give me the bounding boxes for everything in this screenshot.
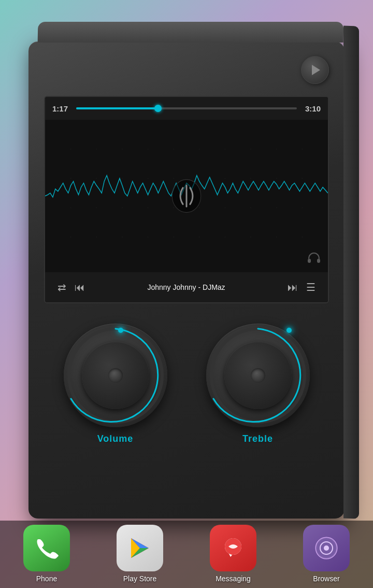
svg-point-58 <box>324 545 329 551</box>
arrow-icon <box>312 65 320 75</box>
svg-point-3 <box>122 148 123 149</box>
svg-point-18 <box>250 178 251 179</box>
svg-point-14 <box>148 178 149 179</box>
treble-label: Treble <box>242 433 273 444</box>
progress-fill <box>76 107 158 109</box>
time-current: 1:17 <box>52 104 71 113</box>
svg-point-9 <box>276 148 277 149</box>
prev-button[interactable]: ⏮ <box>70 279 89 296</box>
treble-knob-inner <box>224 342 292 409</box>
svg-point-33 <box>122 236 123 237</box>
svg-point-8 <box>250 148 251 149</box>
svg-point-16 <box>199 178 200 179</box>
svg-point-39 <box>276 236 277 237</box>
svg-point-11 <box>70 178 71 179</box>
svg-point-7 <box>224 148 225 149</box>
svg-point-30 <box>302 207 303 208</box>
svg-rect-42 <box>308 259 311 263</box>
svg-point-23 <box>122 207 123 208</box>
svg-point-26 <box>199 207 200 208</box>
volume-knob-inner <box>82 342 149 409</box>
treble-arc-dot <box>286 328 292 333</box>
svg-point-19 <box>276 178 277 179</box>
svg-point-6 <box>199 148 200 149</box>
menu-button[interactable]: ☰ <box>302 279 320 296</box>
svg-point-17 <box>224 178 225 179</box>
progress-area: 1:17 3:10 <box>45 97 328 120</box>
phone-app-icon[interactable] <box>23 525 70 571</box>
progress-thumb <box>154 105 162 112</box>
svg-point-5 <box>173 148 174 149</box>
svg-point-27 <box>224 207 225 208</box>
svg-point-15 <box>173 178 174 179</box>
svg-point-20 <box>302 178 303 179</box>
volume-knob-dot <box>108 368 123 383</box>
dock-item-messaging[interactable]: Messaging <box>192 525 275 583</box>
headphone-icon <box>306 250 322 268</box>
dock: Phone Play Store Messaging <box>0 521 373 588</box>
svg-point-13 <box>122 178 123 179</box>
next-button[interactable] <box>301 56 329 84</box>
svg-point-4 <box>148 148 149 149</box>
svg-point-37 <box>224 236 225 237</box>
svg-point-2 <box>96 148 97 149</box>
svg-point-24 <box>148 207 149 208</box>
player-screen: 1:17 3:10 <box>44 96 329 303</box>
svg-point-40 <box>302 236 303 237</box>
dock-item-browser[interactable]: Browser <box>285 525 368 583</box>
playstore-app-icon[interactable] <box>117 525 163 571</box>
browser-label: Browser <box>313 575 339 583</box>
svg-point-1 <box>70 148 71 149</box>
svg-point-29 <box>276 207 277 208</box>
phone-label: Phone <box>36 575 57 583</box>
progress-track[interactable] <box>76 107 297 109</box>
svg-rect-43 <box>317 259 320 263</box>
music-player-device: 1:17 3:10 <box>28 41 345 519</box>
knobs-section: Volume Treble <box>28 309 345 459</box>
controls-bar: ⇄ ⏮ Johnny Johnny - DJMaz ⏭ ☰ <box>45 272 328 302</box>
treble-knob[interactable] <box>206 324 310 427</box>
skip-next-button[interactable]: ⏭ <box>283 279 302 296</box>
svg-point-35 <box>173 236 174 237</box>
svg-point-34 <box>148 236 149 237</box>
waveform-svg <box>45 120 328 272</box>
track-title: Johnny Johnny - DJMaz <box>89 283 283 291</box>
svg-point-12 <box>96 178 97 179</box>
treble-knob-dot <box>251 368 265 383</box>
svg-point-36 <box>199 236 200 237</box>
messaging-label: Messaging <box>216 575 251 583</box>
svg-point-10 <box>302 148 303 149</box>
svg-point-28 <box>250 207 251 208</box>
svg-point-32 <box>96 236 97 237</box>
volume-label: Volume <box>97 433 134 444</box>
dock-item-playstore[interactable]: Play Store <box>98 525 181 583</box>
time-total: 3:10 <box>302 104 321 113</box>
treble-knob-container: Treble <box>206 324 310 444</box>
svg-point-38 <box>250 236 251 237</box>
svg-point-21 <box>70 207 71 208</box>
svg-point-25 <box>173 207 174 208</box>
playstore-label: Play Store <box>123 575 157 583</box>
volume-knob[interactable] <box>64 324 167 427</box>
browser-app-icon[interactable] <box>303 525 350 571</box>
waveform-area <box>45 120 328 272</box>
dock-item-phone[interactable]: Phone <box>5 525 88 583</box>
volume-arc-dot <box>118 328 123 333</box>
svg-point-22 <box>96 207 97 208</box>
messaging-app-icon[interactable] <box>210 525 256 571</box>
volume-knob-container: Volume <box>64 324 167 444</box>
svg-point-31 <box>70 236 71 237</box>
shuffle-button[interactable]: ⇄ <box>53 279 70 296</box>
